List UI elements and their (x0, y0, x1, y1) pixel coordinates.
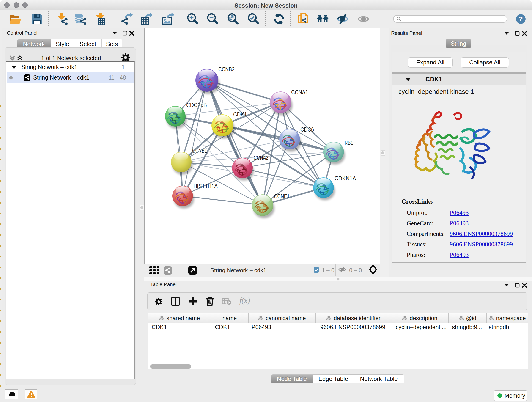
svg-text:CCNE1: CCNE1 (274, 193, 290, 200)
svg-text:CCNB1: CCNB1 (192, 147, 207, 154)
svg-text:?: ? (519, 15, 523, 23)
svg-text:CDC6: CDC6 (300, 126, 314, 133)
svg-text:CDK1: CDK1 (233, 111, 247, 118)
svg-text:CCNA2: CCNA2 (254, 154, 268, 161)
svg-text:CDC25B: CDC25B (186, 102, 207, 108)
svg-text:HIST1H1A: HIST1H1A (193, 183, 218, 190)
svg-text:CCNA1: CCNA1 (291, 89, 308, 96)
svg-text:RB1: RB1 (345, 139, 353, 146)
svg-text:CCNB2: CCNB2 (218, 66, 234, 73)
svg-text:CDKN1A: CDKN1A (335, 175, 356, 182)
